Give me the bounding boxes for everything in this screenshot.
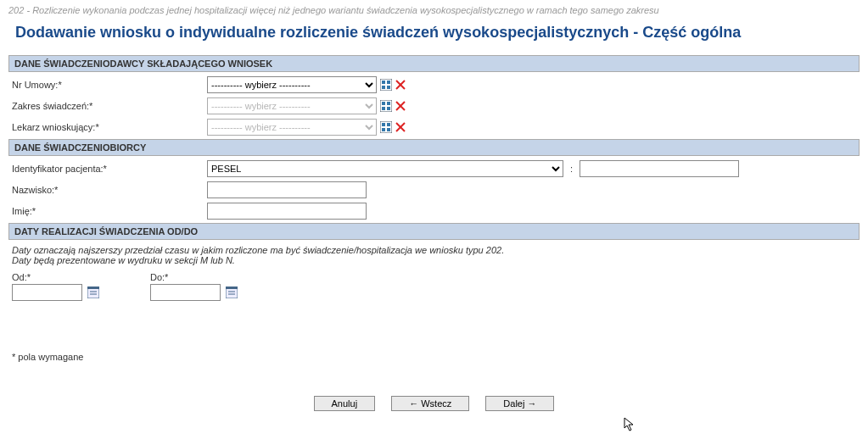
dates-note: Daty oznaczają najszerszy przedział czas… [12, 245, 860, 265]
clear-icon[interactable] [395, 101, 406, 111]
section-header-provider: DANE ŚWIADCZENIODAWCY SKŁADAJĄCEGO WNIOS… [8, 55, 860, 72]
svg-rect-8 [382, 102, 385, 105]
label-zakres: Zakres świadczeń:* [8, 101, 207, 111]
row-nazwisko: Nazwisko:* [8, 181, 860, 199]
row-imie: Imię:* [8, 202, 860, 220]
svg-rect-9 [387, 102, 390, 105]
row-umowa: Nr Umowy:* ---------- wybierz ---------- [8, 75, 860, 94]
label-umowa: Nr Umowy:* [8, 80, 207, 90]
svg-rect-16 [387, 123, 390, 126]
input-date-do[interactable] [150, 284, 221, 301]
label-lekarz: Lekarz wnioskujący:* [8, 122, 207, 132]
svg-rect-4 [387, 86, 390, 89]
input-ident-value[interactable] [580, 160, 739, 177]
next-button[interactable]: Dalej → [485, 396, 554, 411]
clear-icon[interactable] [395, 122, 406, 132]
select-lekarz: ---------- wybierz ---------- [207, 119, 377, 136]
section-header-recipient: DANE ŚWIADCZENIOBIORCY [8, 139, 860, 156]
svg-rect-22 [87, 287, 99, 289]
calendar-icon[interactable] [87, 287, 99, 298]
date-od-block: Od:* [12, 272, 99, 301]
svg-rect-11 [387, 107, 390, 110]
svg-rect-3 [382, 86, 385, 89]
input-imie[interactable] [207, 203, 367, 220]
lookup-icon[interactable] [380, 100, 392, 112]
clear-icon[interactable] [395, 80, 406, 90]
select-ident-type[interactable]: PESEL [207, 160, 563, 177]
svg-rect-18 [387, 128, 390, 131]
row-zakres: Zakres świadczeń:* ---------- wybierz --… [8, 97, 860, 115]
page-title: Dodawanie wniosku o indywidualne rozlicz… [8, 24, 860, 42]
svg-rect-26 [226, 287, 238, 289]
colon: : [570, 164, 573, 174]
row-lekarz: Lekarz wnioskujący:* ---------- wybierz … [8, 118, 860, 136]
label-imie: Imię:* [8, 206, 207, 216]
input-nazwisko[interactable] [207, 181, 367, 198]
cancel-button[interactable]: Anuluj [314, 396, 376, 411]
label-ident: Identyfikator pacjenta:* [8, 164, 207, 174]
svg-rect-15 [382, 123, 385, 126]
breadcrumb: 202 - Rozliczenie wykonania podczas jedn… [8, 5, 860, 15]
required-note: * pola wymagane [8, 352, 860, 362]
select-zakres: ---------- wybierz ---------- [207, 97, 377, 114]
section-header-dates: DATY REALIZACJI ŚWIADCZENIA OD/DO [8, 223, 860, 240]
calendar-icon[interactable] [226, 287, 238, 298]
svg-rect-17 [382, 128, 385, 131]
select-umowa[interactable]: ---------- wybierz ---------- [207, 76, 377, 93]
input-date-od[interactable] [12, 284, 82, 301]
lookup-icon[interactable] [380, 121, 392, 133]
svg-rect-2 [387, 81, 390, 84]
label-od: Od:* [12, 272, 99, 282]
lookup-icon[interactable] [380, 79, 392, 91]
date-do-block: Do:* [150, 272, 238, 301]
svg-rect-1 [382, 81, 385, 84]
svg-rect-10 [382, 107, 385, 110]
row-ident: Identyfikator pacjenta:* PESEL : [8, 159, 860, 178]
label-nazwisko: Nazwisko:* [8, 185, 207, 195]
back-button[interactable]: ← Wstecz [391, 396, 469, 411]
label-do: Do:* [150, 272, 238, 282]
